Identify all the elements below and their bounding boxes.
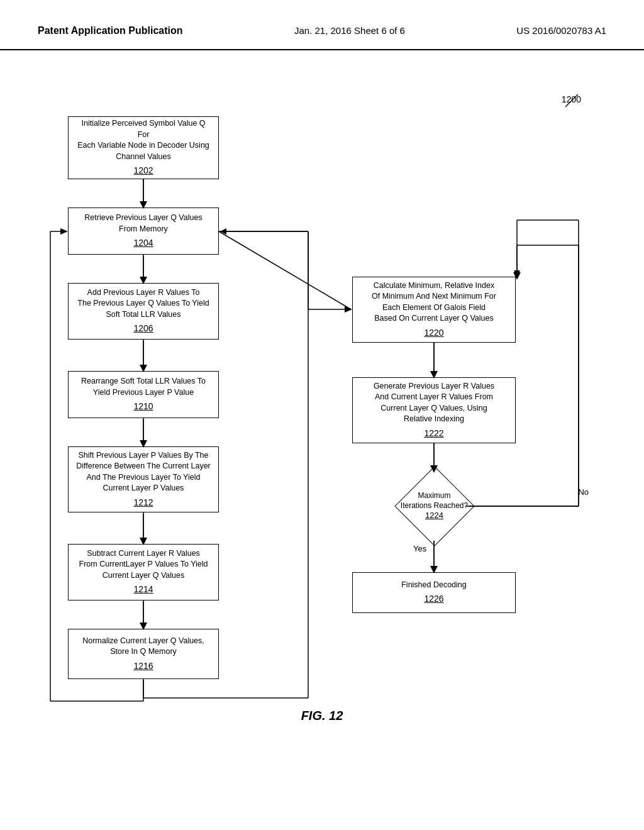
box-1220: Calculate Minimum, Relative IndexOf Mini… (352, 277, 516, 343)
svg-marker-4 (140, 277, 147, 283)
box-1214: Subtract Current Layer R ValuesFrom Curr… (68, 544, 219, 600)
box-1212: Shift Previous Layer P Values By TheDiff… (68, 446, 219, 512)
box-1204: Retrieve Previous Layer Q ValuesFrom Mem… (68, 208, 219, 255)
box-1222: Generate Previous Layer R ValuesAnd Curr… (352, 377, 516, 443)
svg-marker-17 (220, 228, 226, 235)
box-1216: Normalize Current Layer Q Values,Store I… (68, 629, 219, 679)
svg-marker-6 (140, 365, 147, 371)
svg-marker-10 (140, 538, 147, 544)
box-1226: Finished Decoding 1226 (352, 572, 516, 613)
svg-marker-50 (345, 306, 352, 313)
svg-marker-2 (140, 201, 147, 208)
svg-marker-12 (140, 622, 147, 629)
svg-marker-46 (60, 228, 68, 235)
label-yes: Yes (413, 544, 426, 553)
label-no: No (578, 487, 589, 497)
diagram-area: 1200 Initialize Perceived Symbol Value Q… (0, 57, 644, 736)
diamond-1224: MaximumIterations Reached? 1224 (364, 472, 505, 541)
svg-marker-8 (140, 440, 147, 446)
figure-caption: FIG. 12 (301, 709, 343, 723)
header-patent-number: US 2016/0020783 A1 (516, 25, 606, 36)
header-publication: Patent Application Publication (38, 25, 183, 36)
header: Patent Application Publication Jan. 21, … (0, 0, 644, 50)
page: Patent Application Publication Jan. 21, … (0, 0, 644, 830)
svg-marker-24 (431, 566, 437, 572)
box-1206: Add Previous Layer R Values ToThe Previo… (68, 283, 219, 340)
box-1210: Rearrange Soft Total LLR Values ToYield … (68, 371, 219, 418)
svg-marker-29 (514, 270, 520, 277)
svg-marker-20 (431, 371, 437, 377)
header-date-sheet: Jan. 21, 2016 Sheet 6 of 6 (294, 25, 405, 36)
svg-line-0 (565, 94, 578, 107)
box-1202: Initialize Perceived Symbol Value Q ForE… (68, 116, 219, 179)
ref-arrow (559, 91, 584, 110)
svg-line-18 (219, 231, 351, 309)
